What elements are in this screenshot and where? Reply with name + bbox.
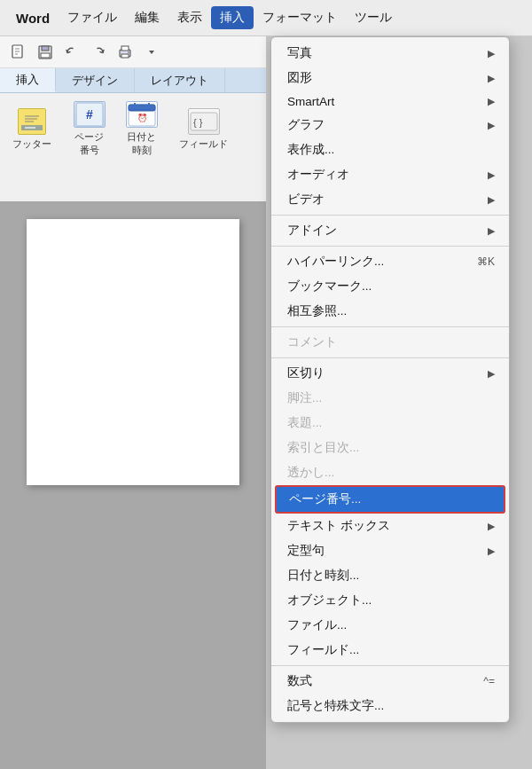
menu-item-section-break[interactable]: 区切り ▶ <box>271 361 509 386</box>
insert-dropdown-menu: 写真 ▶ 図形 ▶ SmartArt ▶ グラフ ▶ 表作成... オーディオ … <box>270 36 510 723</box>
ribbon-footer-label: フッター <box>12 137 51 151</box>
menu-item-file[interactable]: ファイル <box>59 6 126 29</box>
arrow-icon: ▶ <box>488 368 495 380</box>
toolbar <box>0 36 266 68</box>
svg-rect-6 <box>41 53 50 58</box>
ribbon-pagenr-label: ページ番号 <box>74 130 104 157</box>
menu-item-object[interactable]: オブジェクト... <box>271 588 509 613</box>
arrow-icon: ▶ <box>488 120 495 131</box>
menu-item-caption: 表題... <box>271 411 509 436</box>
menu-item-symbol[interactable]: 記号と特殊文字... <box>271 694 509 718</box>
arrow-icon: ▶ <box>488 73 495 84</box>
separator-2 <box>271 246 509 247</box>
toolbar-print[interactable] <box>113 41 137 64</box>
menu-item-crossref[interactable]: 相互参照... <box>271 299 509 324</box>
menu-item-textbox[interactable]: テキスト ボックス ▶ <box>271 514 509 538</box>
menu-item-comment: コメント <box>271 330 509 355</box>
footer-icon <box>18 107 46 136</box>
document-page <box>27 219 239 485</box>
menu-item-edit[interactable]: 編集 <box>126 6 168 29</box>
menu-item-view[interactable]: 表示 <box>168 6 211 29</box>
menu-item-field-insert[interactable]: フィールド... <box>271 638 509 663</box>
menu-item-word[interactable]: Word <box>7 7 59 29</box>
menu-item-bookmark[interactable]: ブックマーク... <box>271 274 509 299</box>
menu-item-smartart[interactable]: SmartArt ▶ <box>271 90 509 113</box>
shortcut-label: ^= <box>483 675 495 687</box>
menu-item-hyperlink[interactable]: ハイパーリンク... ⌘K <box>271 249 509 274</box>
ribbon-tabs: 挿入 デザイン レイアウト <box>0 68 266 93</box>
menu-item-addin[interactable]: アドイン ▶ <box>271 218 509 243</box>
svg-rect-8 <box>121 46 129 51</box>
pagenr-icon: # <box>75 100 104 129</box>
doc-page-area <box>0 201 266 769</box>
toolbar-save[interactable] <box>34 41 57 64</box>
svg-marker-11 <box>149 51 154 54</box>
menu-item-format[interactable]: フォーマット <box>254 6 346 29</box>
ribbon-field-btn[interactable]: { } フィールド <box>174 106 233 153</box>
toolbar-dropdown-arrow[interactable] <box>140 41 163 64</box>
ribbon-datetime-label: 日付と時刻 <box>127 130 156 157</box>
menu-item-photo[interactable]: 写真 ▶ <box>271 41 509 66</box>
svg-text:#: # <box>86 107 93 122</box>
menu-item-video[interactable]: ビデオ ▶ <box>271 187 509 212</box>
arrow-icon: ▶ <box>488 96 495 107</box>
menu-item-audio[interactable]: オーディオ ▶ <box>271 162 509 187</box>
svg-point-10 <box>128 51 129 53</box>
menu-item-equation[interactable]: 数式 ^= <box>271 669 509 694</box>
menu-item-footnote: 脚注... <box>271 386 509 411</box>
toolbar-redo[interactable] <box>87 41 110 64</box>
menu-item-file-insert[interactable]: ファイル... <box>271 613 509 638</box>
ribbon-datetime-btn[interactable]: ⏰ 日付と時刻 <box>121 98 161 159</box>
toolbar-new-doc[interactable] <box>7 41 30 64</box>
menu-item-autotext[interactable]: 定型句 ▶ <box>271 538 509 563</box>
menu-item-tools[interactable]: ツール <box>346 6 401 29</box>
ribbon-tab-layout[interactable]: レイアウト <box>135 68 225 92</box>
menu-item-pagenumber[interactable]: ページ番号... <box>275 485 505 514</box>
menu-item-shape[interactable]: 図形 ▶ <box>271 66 509 90</box>
ribbon-content: フッター # ページ番号 <box>0 93 266 164</box>
separator-1 <box>271 215 509 216</box>
svg-text:{ }: { } <box>193 117 203 128</box>
left-panel: 挿入 デザイン レイアウト フッター <box>0 36 266 769</box>
arrow-icon: ▶ <box>488 194 495 206</box>
shortcut-label: ⌘K <box>477 255 495 268</box>
separator-3 <box>271 326 509 327</box>
menu-bar: Word ファイル 編集 表示 挿入 フォーマット ツール <box>0 0 532 36</box>
menu-item-graph[interactable]: グラフ ▶ <box>271 113 509 137</box>
ribbon-pagenr-btn[interactable]: # ページ番号 <box>69 98 109 159</box>
arrow-icon: ▶ <box>488 169 495 181</box>
arrow-icon: ▶ <box>488 48 495 59</box>
menu-item-table-create[interactable]: 表作成... <box>271 137 509 162</box>
menu-item-datetime2[interactable]: 日付と時刻... <box>271 563 509 588</box>
datetime-icon: ⏰ <box>128 100 156 129</box>
ribbon-tab-insert[interactable]: 挿入 <box>0 68 56 92</box>
menu-item-insert[interactable]: 挿入 <box>211 6 254 29</box>
ribbon-footer-btn[interactable]: フッター <box>7 106 57 153</box>
separator-4 <box>271 357 509 358</box>
menu-item-watermark: 透かし... <box>271 460 509 485</box>
svg-rect-9 <box>121 54 129 58</box>
arrow-icon: ▶ <box>488 225 495 237</box>
arrow-icon: ▶ <box>488 545 495 557</box>
arrow-icon: ▶ <box>488 521 495 532</box>
separator-5 <box>271 665 509 666</box>
menu-item-index: 索引と目次... <box>271 436 509 460</box>
ribbon-field-label: フィールド <box>179 137 228 151</box>
svg-rect-5 <box>42 46 49 51</box>
ribbon-tab-design[interactable]: デザイン <box>56 68 135 92</box>
svg-text:⏰: ⏰ <box>137 113 147 123</box>
toolbar-undo[interactable] <box>60 41 83 64</box>
field-icon: { } <box>190 107 218 136</box>
